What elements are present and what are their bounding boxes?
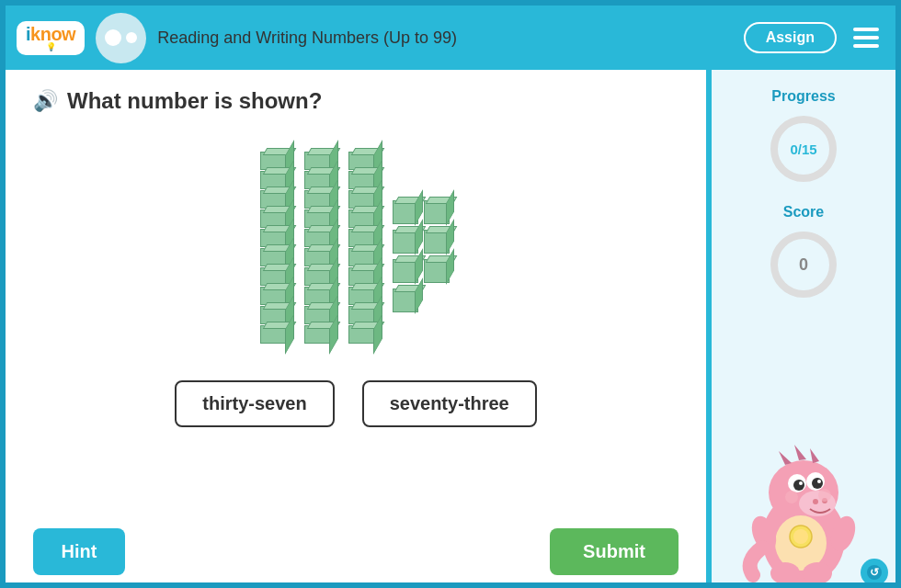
logo: iknow 💡: [17, 21, 85, 55]
empty-cell: [424, 288, 450, 312]
main-layout: 🔊 What number is shown?: [6, 70, 895, 588]
progress-label: Progress: [771, 88, 835, 105]
blocks-area: [33, 141, 679, 344]
svg-point-9: [813, 499, 818, 504]
tens-rod-1: [260, 152, 288, 344]
tens-rod-3: [348, 152, 376, 344]
nav-back-button[interactable]: ↺: [861, 559, 888, 586]
svg-point-17: [770, 562, 800, 584]
question-header: 🔊 What number is shown?: [33, 88, 679, 114]
empty-cell: [393, 318, 418, 342]
svg-point-8: [817, 480, 821, 483]
unit-cube: [393, 288, 418, 312]
score-value: 0: [799, 255, 808, 275]
unit-cube: [393, 259, 418, 283]
unit-cube: [424, 259, 450, 283]
progress-section: Progress 0/15: [767, 88, 840, 186]
sidebar: Progress 0/15 Score 0: [712, 70, 895, 588]
mascot-svg: [735, 428, 872, 584]
hint-button[interactable]: Hint: [33, 528, 125, 575]
units-group: [393, 200, 451, 344]
dot-icon: [105, 29, 121, 46]
activity-title: Reading and Writing Numbers (Up to 99): [157, 28, 732, 48]
hamburger-line: [853, 28, 879, 31]
mascot-area: [730, 419, 877, 584]
svg-point-5: [793, 480, 804, 491]
logo-text: iknow: [26, 25, 75, 43]
svg-point-22: [818, 489, 831, 502]
content-area: 🔊 What number is shown?: [6, 70, 706, 588]
assign-button[interactable]: Assign: [744, 22, 837, 53]
choice-button-a[interactable]: thirty-seven: [175, 380, 334, 427]
empty-cell: [424, 318, 450, 342]
svg-marker-13: [810, 448, 819, 463]
hamburger-line: [853, 36, 879, 40]
unit-cube: [393, 230, 418, 254]
cube: [260, 325, 288, 344]
question-text: What number is shown?: [67, 88, 322, 114]
tens-rod-2: [304, 152, 332, 344]
svg-point-20: [793, 529, 808, 544]
unit-cube: [393, 200, 418, 224]
header: iknow 💡 Reading and Writing Numbers (Up …: [6, 6, 895, 70]
cube: [348, 325, 376, 344]
svg-point-7: [799, 481, 803, 485]
choice-button-b[interactable]: seventy-three: [362, 380, 537, 427]
unit-cube: [424, 200, 450, 224]
score-label: Score: [783, 204, 824, 220]
svg-marker-12: [794, 445, 806, 460]
svg-point-18: [803, 562, 832, 584]
choices-area: thirty-seven seventy-three: [33, 380, 679, 427]
svg-point-21: [785, 491, 798, 503]
nav-back-icon: ↺: [866, 564, 883, 581]
dot-icon-small: [126, 32, 137, 43]
svg-marker-11: [779, 451, 792, 465]
bottom-bar: Hint Submit: [33, 528, 679, 575]
menu-button[interactable]: [848, 22, 884, 53]
sound-icon[interactable]: 🔊: [33, 89, 58, 113]
cube: [304, 325, 332, 344]
submit-button[interactable]: Submit: [550, 528, 679, 575]
score-section: Score 0: [767, 204, 840, 301]
progress-circle: 0/15: [767, 112, 840, 186]
logo-sub: 💡: [46, 43, 56, 51]
svg-point-6: [812, 478, 823, 489]
hamburger-line: [853, 44, 879, 48]
unit-cube: [424, 230, 450, 254]
activity-icon: [96, 13, 146, 63]
score-circle: 0: [767, 228, 840, 301]
progress-value: 0/15: [790, 141, 816, 157]
svg-text:↺: ↺: [870, 566, 879, 579]
